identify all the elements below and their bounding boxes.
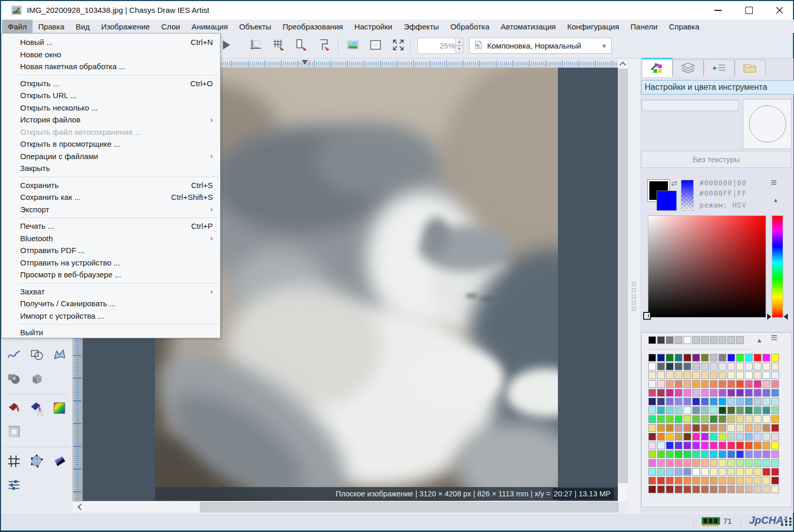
palette-swatch[interactable]	[701, 363, 709, 370]
palette-swatch[interactable]	[762, 406, 770, 414]
palette-swatch[interactable]	[648, 468, 656, 476]
palette-swatch[interactable]	[754, 433, 761, 441]
palette-swatch[interactable]	[736, 354, 744, 362]
palette-swatch[interactable]	[683, 406, 691, 414]
file-menu-item[interactable]: СохранитьCtrl+S	[2, 179, 220, 192]
fullscreen-icon[interactable]	[391, 37, 406, 53]
snap-grid-icon[interactable]	[271, 37, 286, 53]
palette-swatch[interactable]	[657, 442, 665, 449]
filled-shapes-tool-icon[interactable]	[5, 370, 23, 387]
palette-swatch[interactable]	[736, 371, 744, 379]
palette-swatch[interactable]	[648, 363, 656, 370]
border-select-icon[interactable]	[368, 37, 383, 53]
palette-swatch[interactable]	[675, 354, 682, 362]
palette-swatch[interactable]	[754, 406, 761, 414]
palette-swatch[interactable]	[762, 468, 770, 476]
palette-swatch[interactable]	[727, 468, 735, 476]
palette-swatch[interactable]	[683, 424, 691, 432]
palette-swatch[interactable]	[683, 415, 691, 423]
palette-swatch[interactable]	[675, 389, 682, 397]
resize-grip[interactable]	[780, 518, 792, 528]
palette-swatch[interactable]	[675, 415, 682, 423]
palette-swatch[interactable]	[675, 477, 682, 484]
palette-swatch[interactable]	[657, 398, 665, 405]
file-menu-item[interactable]: Выйти	[2, 326, 220, 339]
palette-swatch[interactable]	[701, 398, 709, 405]
palette-swatch[interactable]	[666, 450, 674, 458]
menubar-item-Конфигурация[interactable]: Конфигурация	[562, 20, 625, 33]
palette-swatch[interactable]	[745, 354, 753, 362]
palette-swatch[interactable]	[719, 363, 726, 370]
palette-swatch[interactable]	[745, 363, 753, 370]
file-menu-item[interactable]: Закрыть	[2, 162, 220, 175]
palette-swatch[interactable]	[762, 442, 770, 449]
menubar-item-Обработка[interactable]: Обработка	[445, 20, 495, 33]
palette-swatch[interactable]	[692, 450, 700, 458]
palette-swatch[interactable]	[701, 380, 709, 388]
palette-swatch[interactable]	[771, 380, 779, 388]
gradient-tool-icon[interactable]	[51, 399, 68, 417]
palette-swatch[interactable]	[771, 371, 779, 379]
palette-swatch[interactable]	[692, 406, 700, 414]
palette-swatch[interactable]	[754, 415, 761, 423]
palette-swatch[interactable]	[657, 371, 665, 379]
menubar-item-Вид[interactable]: Вид	[70, 20, 96, 33]
texture-button[interactable]: Без текстуры	[641, 151, 791, 168]
palette-collapse-icon[interactable]: ▲	[756, 337, 762, 344]
palette-swatch[interactable]	[675, 486, 682, 493]
palette-swatch[interactable]	[754, 371, 761, 379]
shapes-tool-icon[interactable]	[28, 346, 45, 364]
palette-swatch[interactable]	[771, 486, 779, 493]
mesh-tool-icon[interactable]	[5, 452, 23, 470]
palette-swatch[interactable]	[666, 406, 674, 414]
menubar-item-Настройки[interactable]: Настройки	[349, 20, 398, 33]
palette-swatch[interactable]	[648, 336, 656, 344]
palette-swatch[interactable]	[736, 398, 744, 405]
palette-swatch[interactable]	[727, 354, 735, 362]
palette-swatch[interactable]	[710, 354, 718, 362]
palette-swatch[interactable]	[727, 398, 735, 405]
nav-forward-icon[interactable]	[219, 37, 234, 53]
palette-swatch[interactable]	[701, 486, 709, 493]
palette-swatch[interactable]	[762, 450, 770, 458]
palette-swatch[interactable]	[683, 468, 691, 476]
palette-swatch[interactable]	[736, 459, 744, 467]
palette-swatch[interactable]	[710, 398, 718, 405]
palette-swatch[interactable]	[657, 336, 665, 344]
palette-swatch[interactable]	[719, 468, 726, 476]
layout-mode-select[interactable]: Компоновка, Нормальный ▼	[469, 38, 612, 54]
palette-swatch[interactable]	[771, 415, 779, 423]
palette-menu-icon[interactable]: ≡	[771, 334, 777, 341]
palette-swatch[interactable]	[754, 486, 761, 493]
file-menu-item[interactable]: Экспорт›	[2, 204, 220, 216]
palette-swatch[interactable]	[666, 424, 674, 432]
menubar-item-Справка[interactable]: Справка	[663, 20, 705, 33]
palette-swatch[interactable]	[727, 424, 735, 432]
palette-swatch[interactable]	[666, 380, 674, 388]
hamburger-menu-icon[interactable]: ≡	[771, 179, 777, 186]
palette-swatch[interactable]	[736, 477, 744, 484]
palette-swatch[interactable]	[648, 477, 656, 484]
palette-swatch[interactable]	[648, 424, 656, 432]
palette-swatch[interactable]	[736, 415, 744, 423]
palette-swatch[interactable]	[736, 450, 744, 458]
palette-swatch[interactable]	[710, 486, 718, 493]
palette-swatch[interactable]	[666, 486, 674, 493]
palette-swatch[interactable]	[762, 371, 770, 379]
file-menu-item[interactable]: Открыть несколько ...	[2, 102, 220, 114]
palette-swatch[interactable]	[771, 450, 779, 458]
zoom-down-icon[interactable]: ▼	[455, 45, 463, 53]
palette-swatch[interactable]	[710, 477, 718, 484]
palette-swatch[interactable]	[675, 433, 682, 441]
tool-option-box[interactable]	[642, 100, 739, 111]
palette-swatch[interactable]	[692, 415, 700, 423]
horizontal-scrollbar[interactable]	[72, 502, 618, 512]
palette-swatch[interactable]	[683, 398, 691, 405]
palette-swatch[interactable]	[683, 363, 691, 370]
palette-swatch[interactable]	[736, 442, 744, 449]
palette-swatch[interactable]	[675, 459, 682, 467]
palette-swatch[interactable]	[666, 371, 674, 379]
palette-swatch[interactable]	[727, 477, 735, 484]
palette-swatch[interactable]	[692, 433, 700, 441]
palette-swatch[interactable]	[771, 477, 779, 484]
